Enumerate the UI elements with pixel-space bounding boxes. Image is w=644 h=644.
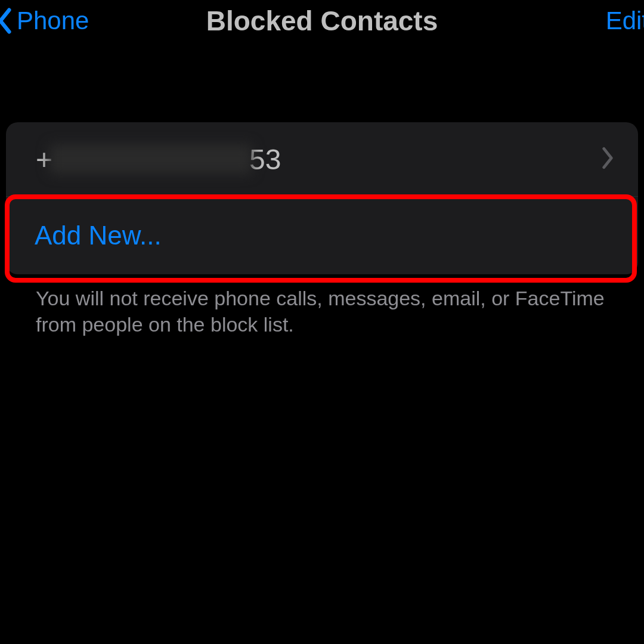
back-button[interactable]: Phone [0, 7, 89, 35]
blocked-contacts-list: + 53 Add New... [6, 122, 638, 274]
content-area: + 53 Add New... You will not receive pho… [0, 122, 644, 348]
chevron-right-icon [601, 147, 614, 172]
phone-number: + 53 [36, 143, 281, 176]
edit-button[interactable]: Edit [606, 7, 644, 35]
phone-redacted [49, 144, 252, 174]
chevron-left-icon [0, 8, 13, 34]
add-new-label: Add New... [35, 221, 162, 250]
add-new-button[interactable]: Add New... [6, 197, 638, 274]
phone-suffix: 53 [249, 143, 281, 176]
page-title: Blocked Contacts [206, 5, 438, 37]
footer-description: You will not receive phone calls, messag… [0, 274, 644, 348]
back-label: Phone [17, 7, 89, 35]
navigation-bar: Phone Blocked Contacts Edit [0, 0, 644, 42]
blocked-contact-row[interactable]: + 53 [6, 122, 638, 197]
